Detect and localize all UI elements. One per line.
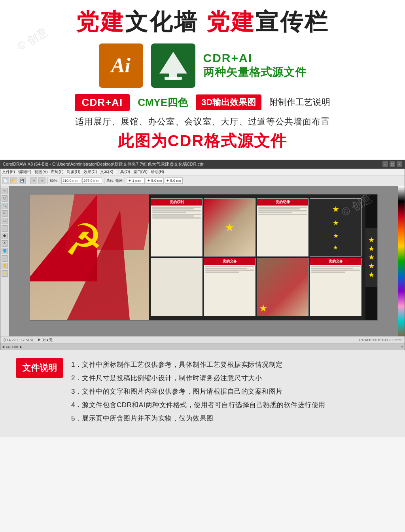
format-line1: CDR+AI [203,51,307,65]
panel-card-4-stars: ★ ★ ★ ★ [310,198,361,257]
line-8-1 [311,266,360,267]
tool-select[interactable]: ↖ [2,188,8,194]
top-section: © 创意 © 创意 党建文化墙 党建宣传栏 Ai CDR+AI 两种矢量格式源文… [0,0,405,160]
tool-rect[interactable]: □ [2,218,8,224]
tb-sep-5 [125,177,125,184]
title-red-1: 党建 [76,9,125,34]
tb-new[interactable]: 📄 [2,177,9,184]
menu-tools[interactable]: 工具(O) [116,169,130,175]
line-3-2 [258,208,300,209]
note-item-5: 5．展示页中所含图片并不为实物，仅为效果图 [71,412,389,425]
panel-card-7: ★ [257,258,308,316]
maximize-button[interactable]: □ [390,161,395,167]
line-8-4 [311,272,345,273]
tb-sep-4 [104,177,104,184]
panel-body-3 [257,206,308,257]
line-1 [152,207,201,208]
cdr-canvas-wrap: ☭ ★ ★ ★ 党建文化 党的权利 [9,186,398,336]
panel-header-1: 党的权利 [151,199,202,206]
sidebar-star-5: ★ [368,270,375,279]
menu-edit[interactable]: 编辑(E) [18,169,31,175]
menu-view[interactable]: 视图(V) [34,169,47,175]
height-input[interactable] [82,177,102,184]
line-3-1 [258,207,307,208]
panel-card-2: ★ [204,198,255,257]
tool-freehand[interactable]: ✏ [2,210,8,217]
menu-layout[interactable]: 布局(L) [51,169,63,175]
tool-polygon[interactable]: ⬟ [2,233,8,239]
page-next[interactable]: ▶ [20,345,22,349]
tb-open[interactable]: 📂 [10,177,17,184]
line-8-3 [311,270,360,271]
main-title: 党建文化墙 党建宣传栏 [16,8,389,36]
note-item-4: 4．源文件包含CDR和AI两种文件格式，使用者可自行选择自己熟悉的软件进行使用 [71,398,389,412]
tag-cdr-ai: CDR+AI [75,94,130,111]
menu-text[interactable]: 文本(X) [100,169,113,175]
panel-header-8: 党的义务 [310,258,361,265]
svg-rect-2 [165,77,182,80]
tool-ellipse[interactable]: ○ [2,225,8,232]
line-6-1 [205,266,254,267]
line-3 [152,210,201,211]
sidebar-star-1: ★ [368,236,375,244]
tool-zoom[interactable]: 🔍 [2,203,8,209]
note-item-3: 3．文件中的文字和图片内容仅供参考，图片请根据自己的文案和图片 [71,385,389,398]
panel-header-3: 党的纪律 [257,199,308,206]
cdr-main-area: ↖ ⬡ 🔍 ✏ □ ○ ⬟ A 🪣 💉 ✋ ⚡ [0,186,405,336]
cdr-bottom-bar: ◀ CDR.cdr ▶ × [0,343,405,350]
ai-icon-label: Ai [111,54,131,77]
line-4 [152,212,186,213]
menu-help[interactable]: 帮助(H) [151,169,164,175]
tags-row: CDR+AI CMYE四色 3D输出效果图 附制作工艺说明 [16,94,389,111]
svg-marker-0 [159,52,187,74]
note-item-1: 1．文件中所标制作工艺仅供参考，具体制作工艺要根据实际情况制定 [71,358,389,372]
cdr-icon-box [151,43,195,88]
panel-text-3 [258,207,307,215]
tool-hand[interactable]: ✋ [2,263,8,269]
menu-window[interactable]: 窗口(W) [133,169,148,175]
close-btn-small[interactable]: × [401,345,403,349]
cdr-notice: 此图为CDR格式源文件 [16,130,389,152]
bottom-section: 文件说明 1．文件中所标制作工艺仅供参考，具体制作工艺要根据实际情况制定 2．文… [0,350,405,437]
tool-text[interactable]: A [2,240,8,247]
page-prev[interactable]: ◀ [2,345,4,349]
minimize-button[interactable]: − [382,161,388,167]
pos-y[interactable] [146,177,164,184]
menu-object[interactable]: 对象(O) [67,169,80,175]
tool-interact[interactable]: ⚡ [2,270,8,277]
tb-undo[interactable]: ↩ [30,177,37,184]
flag-star: ★ [225,221,235,234]
tb-save[interactable]: 💾 [19,177,26,184]
pos-x[interactable] [127,177,145,184]
page-label: CDR.cdr [6,345,18,349]
zoom-level: 80% [50,179,57,183]
tb-redo[interactable]: ↪ [38,177,45,184]
title-red-2: 党建 [206,9,255,34]
menu-file[interactable]: 文件(F) [2,169,15,175]
line-7 [152,217,201,219]
panel-text-6 [205,266,254,273]
sidebar-star-4: ★ [368,262,375,270]
width-input[interactable] [61,177,81,184]
file-note-label: 文件说明 [16,358,63,378]
panel-header-6: 党的义务 [204,258,255,265]
menu-effect[interactable]: 效果(C) [83,169,97,175]
tool-node[interactable]: ⬡ [2,195,8,202]
close-button[interactable]: × [397,161,402,167]
cdr-toolbar: 📄 📂 💾 ↩ ↪ 80% 单位: 毫米 [0,176,405,186]
sidebar-star-3: ★ [368,253,375,262]
tool-eyedrop[interactable]: 💉 [2,255,8,262]
title-black-1: 文化墙 [125,9,206,34]
line-3-5 [258,214,307,215]
status-coords: (114.229; -17.513) [4,338,33,342]
design-canvas: ☭ ★ ★ ★ 党建文化 党的权利 [30,194,378,321]
tb-sep-2 [47,177,48,184]
pos-y2[interactable] [165,177,183,184]
line-5 [152,214,201,215]
format-text: CDR+AI 两种矢量格式源文件 [203,51,307,80]
panel-star-2: ★ [333,219,339,227]
line-6-4 [205,272,239,273]
tool-fill[interactable]: 🪣 [2,248,8,254]
tb-sep-1 [28,177,28,184]
panel-card-5 [151,258,202,316]
